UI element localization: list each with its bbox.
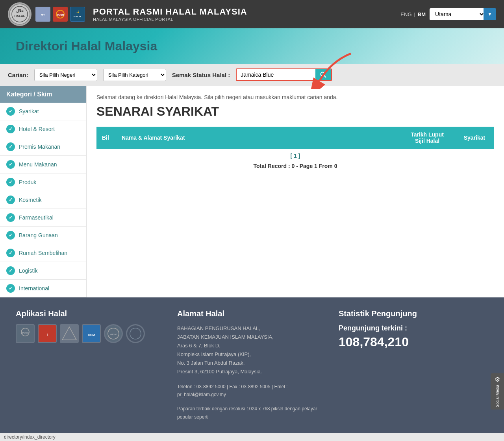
alamat-line6: Presint 3, 62100 Putrajaya, Malaysia.: [177, 367, 327, 376]
dropdown-arrow-icon[interactable]: ▼: [484, 8, 496, 20]
table-header-syarikat: Syarikat: [455, 127, 494, 149]
table-header-nama: Nama & Alamat Syarikat: [116, 127, 400, 149]
svg-text:HALAL: HALAL: [109, 333, 117, 336]
jakim-logos: MY JAKIM 🌙 HALAL: [35, 7, 85, 22]
svg-text:CCM: CCM: [88, 333, 95, 337]
alamat-line2: JABATAN KEMAJUAN ISLAM MALAYSIA,: [177, 333, 327, 341]
footer-logo-circle1: HALAL: [104, 324, 123, 343]
alamat-telefon: Telefon : 03-8892 5000 | Fax : 03-8892 5…: [177, 383, 327, 399]
halal-logo: حلال HALAL: [8, 2, 32, 26]
sidebar-label-hotel: Hotel & Resort: [19, 126, 55, 132]
kategori-select[interactable]: Sila Pilih Kategori Syarikat Hotel & Res…: [103, 69, 166, 81]
status-bar: directory/index_directory: [0, 433, 504, 441]
sidebar-label-barang: Barang Gunaan: [19, 232, 58, 238]
total-record: Total Record : 0 - Page 1 From 0: [96, 163, 494, 169]
alamat-line5: No. 3 Jalan Tun Abdul Razak,: [177, 359, 327, 367]
banner: Direktori Halal Malaysia: [0, 28, 504, 64]
search-icon: [320, 72, 326, 78]
footer-grid: Aplikasi Halal JAKIM i: [16, 309, 488, 421]
logo-red: JAKIM: [53, 7, 68, 22]
table-header-bil: Bil: [96, 127, 116, 149]
sidebar-item-farmaseutikal[interactable]: Farmaseutikal: [0, 209, 86, 227]
sidebar-item-logistik[interactable]: Logistik: [0, 262, 86, 280]
negeri-select[interactable]: Sila Pilih Negeri Selangor Kuala Lumpur …: [34, 69, 97, 81]
alamat-line4: Kompleks Islam Putrajaya (KIP),: [177, 350, 327, 359]
logo-area: حلال HALAL MY JAKIM �: [8, 2, 247, 26]
banner-title: Direktori Halal Malaysia: [16, 39, 157, 54]
footer-logo-circle2: [126, 324, 145, 343]
sidebar-item-rumah[interactable]: Rumah Sembelihan: [0, 244, 86, 262]
svg-point-12: [321, 72, 325, 76]
social-media-button[interactable]: ⚙ Social Media: [491, 373, 504, 410]
sidebar-item-produk[interactable]: Produk: [0, 173, 86, 191]
footer-logo-jakim: JAKIM: [16, 324, 35, 343]
check-icon-menu: [6, 160, 15, 169]
senarai-title: SENARAI SYARIKAT: [96, 104, 494, 119]
social-media-label: Social Media: [495, 385, 500, 407]
sidebar-label-syarikat: Syarikat: [19, 108, 39, 114]
svg-text:i: i: [47, 332, 48, 337]
nav-dropdown[interactable]: Utama Direktori Info Halal Hubungi Kami: [430, 8, 485, 20]
check-icon-hotel: [6, 125, 15, 133]
lang-bm[interactable]: BM: [418, 11, 426, 17]
status-path: directory/index_directory: [4, 434, 56, 440]
svg-text:JAKIM: JAKIM: [57, 14, 64, 16]
sidebar-item-premis[interactable]: Premis Makanan: [0, 138, 86, 156]
statistik-title: Statistik Pengunjung: [339, 309, 488, 318]
check-icon-produk: [6, 178, 15, 186]
sidebar-label-kosmetik: Kosmetik: [19, 197, 42, 203]
carian-label: Carian:: [8, 72, 28, 78]
sidebar-item-international[interactable]: International: [0, 280, 86, 297]
logo-blue: 🌙 HALAL: [70, 7, 85, 22]
svg-text:HALAL: HALAL: [14, 14, 25, 18]
search-input-wrap: [236, 68, 332, 81]
check-icon-international: [6, 284, 15, 293]
sidebar-item-hotel[interactable]: Hotel & Resort: [0, 120, 86, 138]
sidebar-item-menu[interactable]: Menu Makanan: [0, 156, 86, 173]
sidebar-label-rumah: Rumah Sembelihan: [19, 250, 67, 256]
sidebar-item-barang[interactable]: Barang Gunaan: [0, 227, 86, 244]
semak-label: Semak Status Halal :: [172, 72, 230, 78]
alamat-line1: BAHAGIAN PENGURUSAN HALAL,: [177, 324, 327, 333]
pagination: [ 1 ]: [96, 149, 494, 163]
footer-aplikasi: Aplikasi Halal JAKIM i: [16, 309, 165, 421]
content-area: Selamat datang ke direktori Halal Malays…: [87, 86, 504, 297]
portal-title: PORTAL RASMI HALAL MALAYSIA: [93, 7, 247, 17]
sidebar-header: Kategori / Skim: [0, 86, 86, 103]
top-header: حلال HALAL MY JAKIM �: [0, 0, 504, 28]
svg-line-13: [324, 76, 326, 78]
search-button[interactable]: [315, 69, 331, 80]
sidebar-label-premis: Premis Makanan: [19, 144, 60, 150]
svg-text:حلال: حلال: [16, 9, 24, 13]
footer-logo-salafi: [60, 324, 79, 343]
sidebar-item-syarikat[interactable]: Syarikat: [0, 103, 86, 120]
check-icon-kosmetik: [6, 196, 15, 204]
footer-logo-ccm: CCM: [82, 324, 101, 343]
sidebar-label-farmaseutikal: Farmaseutikal: [19, 214, 54, 221]
result-table: Bil Nama & Alamat Syarikat Tarikh Luput …: [96, 127, 494, 169]
search-input[interactable]: [237, 69, 315, 80]
search-bar: Carian: Sila Pilih Negeri Selangor Kuala…: [0, 64, 504, 86]
language-links: ENG | BM: [400, 11, 426, 17]
check-icon-farmaseutikal: [6, 213, 15, 222]
sidebar-item-kosmetik[interactable]: Kosmetik: [0, 191, 86, 209]
sidebar-label-logistik: Logistik: [19, 268, 37, 274]
pagination-link[interactable]: [ 1 ]: [291, 153, 300, 159]
footer-logos: JAKIM i: [16, 324, 165, 343]
header-title-area: PORTAL RASMI HALAL MALAYSIA HALAL MALAYS…: [93, 7, 247, 22]
check-icon-syarikat: [6, 107, 15, 116]
sidebar-label-menu: Menu Makanan: [19, 161, 57, 168]
portal-subtitle: HALAL MALAYSIA OFFICIAL PORTAL: [93, 17, 247, 22]
check-icon-logistik: [6, 266, 15, 275]
pengunjung-number: 108,784,210: [339, 335, 488, 349]
logo-malaysia: MY: [35, 7, 50, 22]
check-icon-rumah: [6, 249, 15, 257]
pengunjung-label: Pengunjung terkini :: [339, 324, 488, 332]
nav-dropdown-wrap: Utama Direktori Info Halal Hubungi Kami …: [430, 8, 496, 20]
sidebar-label-produk: Produk: [19, 179, 36, 185]
header-right: ENG | BM Utama Direktori Info Halal Hubu…: [400, 8, 496, 20]
footer-alamat: Alamat Halal BAHAGIAN PENGURUSAN HALAL, …: [177, 309, 327, 421]
svg-rect-9: [70, 7, 85, 21]
lang-eng[interactable]: ENG: [400, 11, 411, 17]
alamat-title: Alamat Halal: [177, 309, 327, 318]
